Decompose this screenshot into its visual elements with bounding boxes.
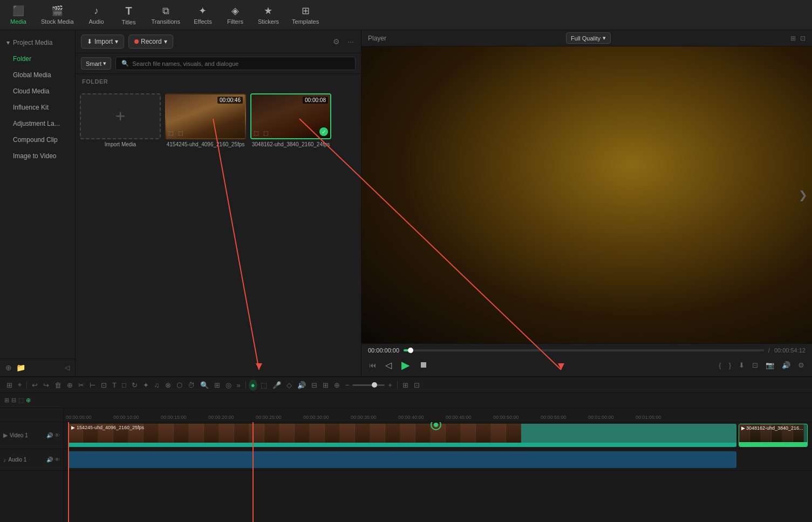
bottom-timeline: ⊞ ⌖ ↩ ↪ 🗑 ⊕ ✂ ⊢ ⊡ T □ ↻ ✦ ♫ ⊗ ⬡ ⏱ 🔍 ⊞ [0, 376, 812, 522]
tl-effects-btn[interactable]: ✦ [141, 379, 151, 391]
smart-button[interactable]: Smart ▾ [81, 57, 111, 70]
import-media-item[interactable]: + Import Media [80, 93, 161, 372]
more-options-icon[interactable]: ··· [346, 36, 356, 48]
nav-effects[interactable]: ✦ Effects [187, 3, 219, 27]
player-next-arrow[interactable]: ❯ [799, 188, 808, 201]
tl-mask-btn[interactable]: ⬡ [174, 379, 185, 391]
tl-undo-btn[interactable]: ↩ [30, 379, 40, 391]
track-compound-icon[interactable]: ⊕ [26, 397, 31, 404]
tl-shape-btn[interactable]: □ [120, 379, 128, 391]
media-clip-1[interactable]: 00:00:46 ⬚ ⬚ 4154245-uhd_4096_2160_25fps [165, 93, 246, 372]
video-clip-2[interactable]: ▶ 3048162-uhd_3840_216... [739, 424, 808, 447]
sidebar-item-global-media[interactable]: Global Media [2, 67, 73, 83]
record-button[interactable]: Record ▾ [128, 35, 173, 49]
filter-icon[interactable]: ⚙ [331, 36, 342, 48]
zoom-slider[interactable] [352, 384, 385, 386]
tl-split-btn[interactable]: ⊢ [87, 379, 98, 391]
fullscreen-icon[interactable]: ⊡ [751, 360, 759, 370]
folder-icon[interactable]: 📁 [16, 363, 25, 372]
video-track-name: Video 1 [10, 432, 28, 438]
nav-media[interactable]: ⬛ Media [2, 3, 35, 27]
tl-color-btn[interactable]: ⊕ [332, 379, 342, 391]
audio-track-eye-icon[interactable]: 👁 [54, 457, 60, 463]
nav-filters[interactable]: ◈ Filters [219, 3, 251, 27]
nav-audio[interactable]: ♪ Audio [80, 3, 113, 27]
tl-timer-btn[interactable]: ⏱ [186, 379, 197, 391]
tl-multi-btn[interactable]: ⊟ [309, 379, 319, 391]
sidebar-item-image-to-video[interactable]: Image to Video [2, 148, 73, 164]
nav-templates[interactable]: ⊞ Templates [285, 3, 325, 27]
clip1-thumbnail[interactable]: 00:00:46 ⬚ ⬚ [165, 93, 246, 139]
tl-delete-btn[interactable]: 🗑 [52, 379, 64, 391]
tl-speed-btn[interactable]: ◎ [223, 379, 234, 391]
skip-back-icon[interactable]: ⏮ [368, 360, 377, 370]
tl-zoom-btn[interactable]: 🔍 [198, 379, 211, 391]
play-reverse-icon[interactable]: ◁ [384, 358, 393, 372]
mark-in-icon[interactable]: { [718, 360, 722, 370]
tl-cut-btn[interactable]: ✂ [76, 379, 86, 391]
sidebar-header[interactable]: ▾ Project Media [0, 35, 75, 51]
tl-mic-btn[interactable]: 🎤 [270, 379, 283, 391]
audio-track-controls: 🔊 👁 [46, 457, 60, 463]
tl-voice-btn[interactable]: 🔊 [295, 379, 308, 391]
sidebar-item-folder[interactable]: Folder [2, 51, 73, 66]
add-to-timeline-icon[interactable]: ⬇ [738, 360, 746, 370]
add-folder-icon[interactable]: ⊕ [5, 363, 12, 372]
snapshot-icon[interactable]: 📷 [765, 360, 775, 370]
tl-grid-btn[interactable]: ⊞ [400, 379, 411, 391]
stop-button[interactable]: ⏹ [418, 358, 429, 371]
tl-more-btn[interactable]: » [235, 379, 243, 391]
tl-rotate-btn[interactable]: ↻ [129, 379, 140, 391]
search-input[interactable] [132, 60, 350, 67]
video-track-volume-icon[interactable]: 🔊 [46, 432, 53, 438]
quality-select[interactable]: Full Quality ▾ [566, 32, 611, 44]
sidebar-item-compound-clip[interactable]: Compound Clip [2, 132, 73, 147]
tl-shield-btn[interactable]: ◇ [284, 379, 294, 391]
progress-bar[interactable] [404, 349, 764, 351]
nav-stickers[interactable]: ★ Stickers [251, 3, 285, 27]
timeline-body: ▶ Video 1 🔊 👁 ♪ Audio 1 🔊 👁 [0, 408, 812, 522]
tl-camera-btn[interactable]: ⬚ [258, 379, 269, 391]
ruler-mark-13: 00:01:05:00 [634, 415, 682, 420]
tl-expand-btn[interactable]: ⊡ [412, 379, 422, 391]
play-button[interactable]: ▶ [400, 357, 411, 373]
track-link-icon[interactable]: ⊟ [11, 397, 16, 404]
grid-icon[interactable]: ⊞ [790, 35, 796, 42]
volume-icon[interactable]: 🔊 [781, 360, 791, 370]
layout-icon[interactable]: ⊞ [4, 397, 9, 404]
audio-track-volume-icon[interactable]: 🔊 [46, 457, 53, 463]
sidebar-item-influence-kit[interactable]: Influence Kit [2, 100, 73, 115]
track-video-icon[interactable]: ⬚ [18, 397, 24, 404]
mark-out-icon[interactable]: } [728, 360, 732, 370]
tl-overlay-btn[interactable]: ⊞ [320, 379, 331, 391]
tl-play-btn[interactable]: ● [249, 379, 257, 391]
tl-copy-btn[interactable]: ⊕ [65, 379, 75, 391]
tl-minus-btn[interactable]: − [343, 379, 352, 391]
tl-crop2-btn[interactable]: ⊞ [212, 379, 222, 391]
ruler-spacer [0, 408, 63, 422]
nav-stock-media[interactable]: 🎬 Stock Media [35, 3, 80, 27]
tl-redo-btn[interactable]: ↪ [41, 379, 51, 391]
ruler-mark-11: 00:00:55:00 [540, 415, 587, 420]
settings-icon[interactable]: ⚙ [797, 360, 806, 370]
tl-layout-btn[interactable]: ⊞ [4, 379, 15, 391]
tl-transform-btn[interactable]: ⊗ [163, 379, 173, 391]
media-clip-2[interactable]: 00:00:08 ✓ ⬚ ⬚ 3048162-uhd_3840_2160_24f… [250, 93, 331, 372]
tl-magnet-btn[interactable]: ⌖ [16, 379, 24, 391]
tl-text-btn[interactable]: T [110, 379, 119, 391]
expand-icon[interactable]: ⊡ [800, 35, 806, 42]
import-placeholder[interactable]: + [80, 93, 161, 139]
video-track-eye-icon[interactable]: 👁 [54, 432, 60, 438]
nav-titles[interactable]: T Titles [113, 3, 145, 28]
tl-plus-btn[interactable]: + [386, 379, 394, 391]
audio-clip-bar[interactable] [68, 451, 736, 468]
clip2-thumbnail[interactable]: 00:00:08 ✓ ⬚ ⬚ [250, 93, 331, 139]
video-clip-1[interactable]: ▶ 154245-uhd_4096_2160_25fps [68, 424, 736, 447]
tl-audio-btn[interactable]: ♫ [152, 379, 162, 391]
tl-crop-btn[interactable]: ⊡ [99, 379, 109, 391]
sidebar-item-adjustment[interactable]: Adjustment La... [2, 116, 73, 131]
nav-transitions[interactable]: ⧉ Transitions [145, 3, 187, 27]
import-button[interactable]: ⬇ Import ▾ [81, 35, 124, 49]
sidebar-item-cloud-media[interactable]: Cloud Media [2, 84, 73, 99]
sidebar-collapse-btn[interactable]: ◁ [65, 364, 70, 371]
